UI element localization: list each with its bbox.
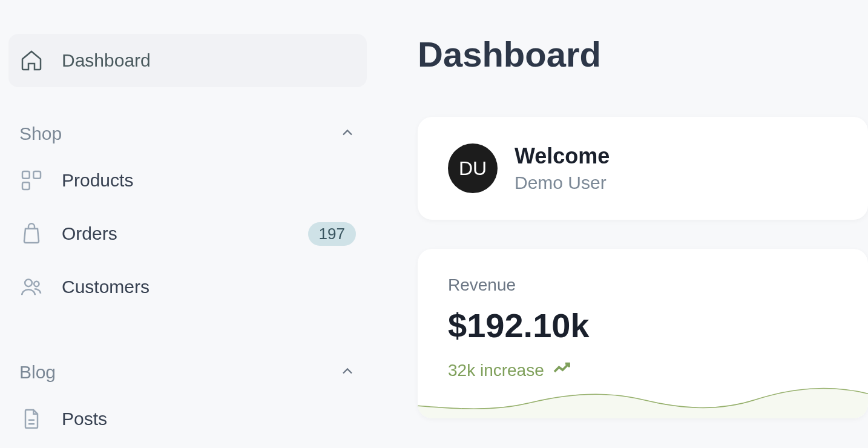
svg-rect-0 — [22, 171, 30, 179]
revenue-card: Revenue $192.10k 32k increase — [418, 249, 868, 418]
users-icon — [19, 275, 44, 299]
revenue-change-text: 32k increase — [448, 361, 544, 380]
home-icon — [19, 48, 44, 73]
sidebar-item-products[interactable]: Products — [8, 154, 367, 207]
sidebar-item-label: Customers — [62, 277, 150, 297]
welcome-text: Welcome Demo User — [515, 143, 610, 193]
revenue-value: $192.10k — [448, 306, 838, 345]
chevron-up-icon — [339, 124, 356, 143]
sidebar-item-label: Dashboard — [62, 50, 151, 71]
revenue-label: Revenue — [448, 275, 838, 295]
svg-rect-2 — [22, 182, 30, 189]
sidebar-section-blog[interactable]: Blog — [8, 350, 367, 392]
sidebar: Dashboard Shop Products Orders 197 Custo… — [0, 0, 375, 448]
main-content: Dashboard DU Welcome Demo User Revenue $… — [375, 0, 868, 448]
svg-point-5 — [34, 282, 39, 286]
svg-point-4 — [25, 280, 32, 287]
section-label: Shop — [19, 124, 62, 144]
sidebar-item-label: Posts — [62, 409, 107, 429]
sidebar-item-label: Orders — [62, 223, 117, 244]
welcome-title: Welcome — [515, 143, 610, 169]
sidebar-item-posts[interactable]: Posts — [8, 392, 367, 446]
document-icon — [19, 407, 44, 431]
svg-rect-1 — [33, 171, 41, 179]
welcome-card: DU Welcome Demo User — [418, 117, 868, 220]
grid-icon — [19, 168, 44, 193]
trend-up-icon — [553, 360, 574, 381]
welcome-subtitle: Demo User — [515, 173, 610, 193]
page-title: Dashboard — [418, 34, 868, 74]
avatar: DU — [448, 143, 498, 193]
sidebar-item-dashboard[interactable]: Dashboard — [8, 34, 367, 87]
sidebar-section-shop[interactable]: Shop — [8, 111, 367, 154]
revenue-sparkline — [418, 382, 868, 418]
orders-badge: 197 — [308, 222, 356, 246]
revenue-change: 32k increase — [448, 360, 838, 381]
sidebar-item-customers[interactable]: Customers — [8, 260, 367, 314]
sidebar-item-label: Products — [62, 170, 133, 191]
section-label: Blog — [19, 362, 56, 383]
sidebar-item-orders[interactable]: Orders 197 — [8, 207, 367, 260]
chevron-up-icon — [339, 363, 356, 382]
bag-icon — [19, 222, 44, 246]
